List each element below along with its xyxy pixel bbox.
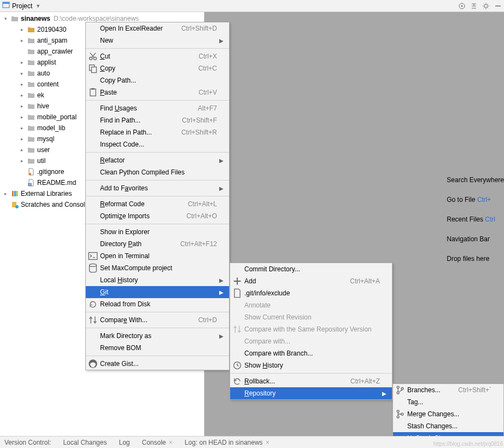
target-icon[interactable] [458, 2, 466, 10]
svg-rect-18 [91, 88, 94, 90]
tree-item-label: model_lib [37, 124, 65, 132]
collapse-icon[interactable] [470, 2, 478, 10]
submenu-arrow-icon: ▶ [217, 38, 224, 44]
project-title[interactable]: Project [12, 2, 32, 10]
menu-item[interactable]: Add to Favorites▶ [86, 182, 229, 194]
menu-item-label: Compare with Branch... [242, 350, 380, 357]
close-icon[interactable]: × [264, 439, 269, 446]
expand-arrow-icon[interactable] [19, 125, 25, 131]
menu-item-label: Paste [98, 89, 187, 96]
menu-item[interactable]: Rollback...Ctrl+Alt+Z [230, 375, 392, 387]
close-icon[interactable]: × [167, 439, 173, 446]
menu-item-label: Show Current Revision [242, 313, 380, 321]
menu-item[interactable]: Copy Path... [86, 74, 229, 86]
expand-arrow-icon[interactable] [19, 27, 25, 32]
status-local-changes[interactable]: Local Changes [63, 439, 107, 446]
svg-rect-1 [3, 2, 9, 4]
menu-item[interactable]: Reload from Disk [86, 298, 229, 310]
expand-arrow-icon[interactable] [19, 136, 25, 142]
menu-item[interactable]: Compare With...Ctrl+D [86, 314, 229, 326]
menu-item-label: Set MaxCompute project [98, 264, 217, 272]
menu-item[interactable]: Repository▶ [230, 387, 392, 399]
menu-item-label: Local History [98, 276, 217, 284]
expand-arrow-icon[interactable] [19, 158, 25, 164]
expand-arrow-icon[interactable] [19, 147, 25, 153]
menu-item-label: Branches... [405, 386, 447, 394]
folder-icon [27, 102, 35, 110]
menu-item[interactable]: Create Gist... [86, 358, 229, 370]
library-icon [11, 190, 19, 197]
menu-item[interactable]: Remove BOM [86, 342, 229, 354]
menu-item[interactable]: Set MaxCompute project [86, 262, 229, 274]
expand-arrow-icon[interactable] [19, 82, 25, 87]
hint-recent: Recent Files Ctrl [447, 216, 504, 223]
status-log[interactable]: Log [119, 439, 130, 446]
expand-arrow-icon[interactable] [19, 92, 25, 98]
menu-item[interactable]: Open In ExcelReaderCtrl+Shift+D [86, 22, 229, 34]
menu-item-shortcut: Ctrl+Alt+Z [350, 377, 380, 385]
menu-item[interactable]: Mark Directory as▶ [86, 330, 229, 342]
menu-item[interactable]: Reformat CodeCtrl+Alt+L [86, 198, 229, 210]
folder-icon [27, 69, 35, 77]
menu-item[interactable]: Directory PathCtrl+Alt+F12 [86, 238, 229, 250]
menu-item[interactable]: Show in Explorer [86, 226, 229, 238]
root-name: sinanews [21, 15, 50, 22]
menu-item-shortcut: Ctrl+C [198, 65, 217, 72]
paste-icon [88, 88, 98, 97]
menu-item[interactable]: Git▶ [86, 286, 229, 298]
expand-arrow-icon[interactable] [19, 38, 25, 43]
svg-rect-9 [14, 191, 16, 196]
menu-item[interactable]: .git/info/exclude [230, 287, 392, 299]
expand-arrow-icon[interactable] [19, 71, 25, 76]
folder-icon [27, 146, 35, 154]
menu-item-label: Git [98, 288, 217, 296]
menu-item[interactable]: New▶ [86, 34, 229, 46]
menu-item[interactable]: Find UsagesAlt+F7 [86, 102, 229, 114]
minimize-icon[interactable] [494, 2, 502, 10]
menu-item[interactable]: Stash Changes... [393, 420, 503, 432]
menu-item[interactable]: Clean Python Compiled Files [86, 166, 229, 178]
menu-item[interactable]: Find in Path...Ctrl+Shift+F [86, 114, 229, 126]
menu-item[interactable]: Open in Terminal [86, 250, 229, 262]
menu-item-shortcut: Ctrl+Alt+A [350, 277, 380, 285]
menu-item[interactable]: Refactor▶ [86, 154, 229, 166]
menu-item-shortcut: Ctrl+Shift+R [181, 129, 217, 136]
menu-item[interactable]: Tag... [393, 396, 503, 408]
menu-item[interactable]: PasteCtrl+V [86, 86, 229, 98]
expand-arrow-icon[interactable] [2, 191, 9, 196]
menu-item[interactable]: AddCtrl+Alt+A [230, 275, 392, 287]
menu-item[interactable]: Commit Directory... [230, 263, 392, 275]
menu-item[interactable]: Replace in Path...Ctrl+Shift+R [86, 126, 229, 138]
menu-item-label: Show History [242, 362, 380, 369]
menu-item[interactable]: Inspect Code... [86, 138, 229, 150]
menu-item[interactable]: Local History▶ [86, 274, 229, 286]
expand-arrow-icon[interactable] [19, 60, 25, 65]
expand-arrow-icon[interactable] [19, 114, 25, 120]
submenu-arrow-icon: ▶ [217, 158, 224, 164]
menu-item[interactable]: CutCtrl+X [86, 50, 229, 62]
status-head[interactable]: Log: on HEAD in sinanews × [185, 439, 269, 446]
gear-icon[interactable] [482, 2, 490, 10]
submenu-arrow-icon: ▶ [217, 277, 224, 283]
status-console[interactable]: Console × [142, 439, 172, 446]
compare-icon [88, 315, 98, 325]
menu-item[interactable]: Compare with Branch... [230, 347, 392, 359]
status-vc[interactable]: Version Control: [4, 439, 51, 446]
menu-item[interactable]: Merge Changes... [393, 408, 503, 420]
menu-item[interactable]: Show History [230, 359, 392, 371]
dropdown-arrow-icon[interactable]: ▼ [36, 3, 40, 9]
expand-arrow-icon[interactable] [19, 103, 25, 109]
menu-item-label: Repository [242, 389, 380, 397]
menu-item[interactable]: Branches...Ctrl+Shift+` [393, 384, 503, 396]
menu-item[interactable]: CopyCtrl+C [86, 62, 229, 74]
tree-item-label: .gitignore [37, 168, 64, 176]
menu-item[interactable]: Optimize ImportsCtrl+Alt+O [86, 210, 229, 222]
submenu-arrow-icon: ▶ [217, 333, 224, 339]
menu-item-shortcut: Ctrl+X [198, 53, 217, 60]
svg-point-5 [29, 173, 31, 175]
menu-item-shortcut: Ctrl+Alt+O [186, 212, 217, 220]
folder-icon [27, 113, 35, 121]
expand-arrow-icon[interactable] [2, 16, 9, 21]
menu-item-shortcut: Alt+F7 [198, 104, 217, 112]
hint-drop: Drop files here [447, 255, 504, 263]
